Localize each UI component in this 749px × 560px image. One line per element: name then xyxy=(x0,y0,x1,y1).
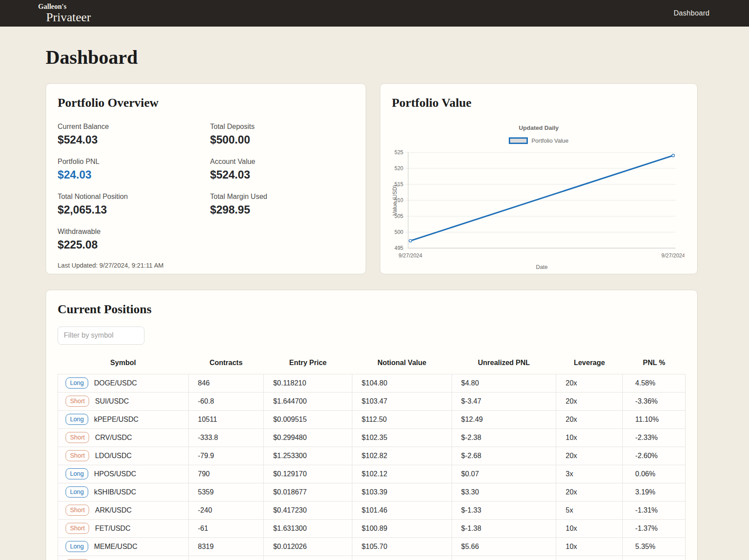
leverage-cell: 10x xyxy=(556,556,623,560)
stat-item: Portfolio PNL $24.03 xyxy=(58,158,210,181)
unrealized-pnl-cell: $0.07 xyxy=(452,465,556,483)
entry-price-cell: $1.644700 xyxy=(264,392,352,410)
symbol-filter-input[interactable] xyxy=(58,327,144,345)
side-badge: Long xyxy=(66,468,88,479)
symbol-text: kPEPE/USDC xyxy=(94,416,138,424)
positions-table-body: Long DOGE/USDC 846 $0.118210 $104.80 $4.… xyxy=(58,374,686,560)
unrealized-pnl-cell: $-1.33 xyxy=(452,501,556,519)
contracts-cell: -61 xyxy=(188,519,264,537)
portfolio-value-chart[interactable]: 4955005055105155205259/27/20249/27/2024D… xyxy=(392,147,684,273)
pnl-pct-cell: 0.06% xyxy=(623,465,686,483)
top-cards-row: Portfolio Overview Current Balance $524.… xyxy=(46,83,698,274)
contracts-cell: -240 xyxy=(188,501,264,519)
leverage-cell: 3x xyxy=(556,465,623,483)
side-badge: Long xyxy=(66,414,88,425)
table-row: Short LDO/USDC -79.9 $1.253300 $102.82 $… xyxy=(58,447,686,465)
brand-logo[interactable]: Galleon's Privateer xyxy=(38,3,91,23)
notional-value-cell: $100.89 xyxy=(352,519,452,537)
stat-value: $24.03 xyxy=(58,168,210,181)
pnl-pct-cell: -0.20% xyxy=(623,556,686,560)
unrealized-pnl-cell: $-0.20 xyxy=(452,556,556,560)
legend-swatch xyxy=(509,137,528,144)
symbol-text: FET/USDC xyxy=(95,525,130,533)
column-header: PNL % xyxy=(623,354,686,374)
notional-value-cell: $105.70 xyxy=(352,537,452,556)
top-navbar: Galleon's Privateer Dashboard xyxy=(0,0,749,27)
stat-item: Total Deposits $500.00 xyxy=(210,123,354,146)
entry-price-cell: $0.417230 xyxy=(264,501,352,519)
svg-text:9/27/2024: 9/27/2024 xyxy=(661,253,684,259)
entry-price-cell: $0.012026 xyxy=(264,537,352,556)
svg-text:9/27/2024: 9/27/2024 xyxy=(398,253,422,259)
symbol-text: kSHIB/USDC xyxy=(94,488,136,496)
unrealized-pnl-cell: $-2.38 xyxy=(452,428,556,447)
stat-label: Total Notional Position xyxy=(58,193,210,201)
stat-value: $524.03 xyxy=(210,168,354,181)
leverage-cell: 20x xyxy=(556,447,623,465)
entry-price-cell: $1.253300 xyxy=(264,447,352,465)
stat-value: $298.95 xyxy=(210,203,354,216)
column-header: Unrealized PNL xyxy=(452,354,556,374)
stat-item: Account Value $524.03 xyxy=(210,158,354,181)
page-title: Dashboard xyxy=(46,46,698,69)
nav-link-dashboard[interactable]: Dashboard xyxy=(674,9,710,17)
contracts-cell: 790 xyxy=(188,465,264,483)
side-badge: Short xyxy=(66,432,89,443)
symbol-text: CRV/USDC xyxy=(95,434,132,442)
table-row: Short JUP/USDC -107 $0.937270 $100.49 $-… xyxy=(58,556,686,560)
svg-text:520: 520 xyxy=(394,165,403,171)
leverage-cell: 20x xyxy=(556,392,623,410)
svg-text:495: 495 xyxy=(394,245,403,251)
pnl-pct-cell: -2.60% xyxy=(623,447,686,465)
contracts-cell: 5359 xyxy=(188,483,264,501)
main-content: Dashboard Portfolio Overview Current Bal… xyxy=(0,46,749,560)
pnl-pct-cell: -3.36% xyxy=(623,392,686,410)
chart-legend-item[interactable]: Portfolio Value xyxy=(392,137,686,144)
pnl-pct-cell: 4.58% xyxy=(623,374,686,392)
side-badge: Long xyxy=(66,541,88,552)
side-badge: Short xyxy=(66,450,89,461)
entry-price-cell: $0.009515 xyxy=(264,410,352,428)
portfolio-value-card: Portfolio Value Updated Daily Portfolio … xyxy=(380,83,698,274)
positions-table-head: SymbolContractsEntry PriceNotional Value… xyxy=(58,354,686,374)
leverage-cell: 20x xyxy=(556,410,623,428)
unrealized-pnl-cell: $3.30 xyxy=(452,483,556,501)
current-positions-title: Current Positions xyxy=(58,302,686,317)
leverage-cell: 20x xyxy=(556,374,623,392)
table-row: Short ARK/USDC -240 $0.417230 $101.46 $-… xyxy=(58,501,686,519)
stats-grid: Current Balance $524.03 Total Deposits $… xyxy=(58,123,354,251)
pnl-pct-cell: 11.10% xyxy=(623,410,686,428)
stat-item: Current Balance $524.03 xyxy=(58,123,210,146)
symbol-text: HPOS/USDC xyxy=(94,470,136,478)
unrealized-pnl-cell: $-3.47 xyxy=(452,392,556,410)
entry-price-cell: $0.118210 xyxy=(264,374,352,392)
symbol-text: LDO/USDC xyxy=(95,452,132,460)
unrealized-pnl-cell: $-2.68 xyxy=(452,447,556,465)
entry-price-cell: $0.129170 xyxy=(264,465,352,483)
leverage-cell: 10x xyxy=(556,519,623,537)
svg-text:525: 525 xyxy=(394,149,403,156)
column-header: Entry Price xyxy=(264,354,352,374)
column-header: Symbol xyxy=(58,354,189,374)
leverage-cell: 5x xyxy=(556,501,623,519)
stat-value: $524.03 xyxy=(58,133,210,146)
table-row: Long HPOS/USDC 790 $0.129170 $102.12 $0.… xyxy=(58,465,686,483)
table-row: Long DOGE/USDC 846 $0.118210 $104.80 $4.… xyxy=(58,374,686,392)
stat-value: $225.08 xyxy=(58,238,210,251)
entry-price-cell: $0.937270 xyxy=(264,556,352,560)
symbol-text: ARK/USDC xyxy=(95,506,132,514)
notional-value-cell: $102.82 xyxy=(352,447,452,465)
portfolio-overview-title: Portfolio Overview xyxy=(58,95,354,110)
portfolio-overview-card: Portfolio Overview Current Balance $524.… xyxy=(46,83,366,274)
contracts-cell: -107 xyxy=(188,556,264,560)
notional-value-cell: $102.35 xyxy=(352,428,452,447)
stat-label: Portfolio PNL xyxy=(58,158,210,166)
leverage-cell: 20x xyxy=(556,483,623,501)
contracts-cell: 8319 xyxy=(188,537,264,556)
unrealized-pnl-cell: $5.66 xyxy=(452,537,556,556)
entry-price-cell: $0.018677 xyxy=(264,483,352,501)
table-row: Short SUI/USDC -60.8 $1.644700 $103.47 $… xyxy=(58,392,686,410)
last-updated-text: Last Updated: 9/27/2024, 9:21:11 AM xyxy=(58,262,354,269)
entry-price-cell: $0.299480 xyxy=(264,428,352,447)
positions-header-row: SymbolContractsEntry PriceNotional Value… xyxy=(58,354,686,374)
